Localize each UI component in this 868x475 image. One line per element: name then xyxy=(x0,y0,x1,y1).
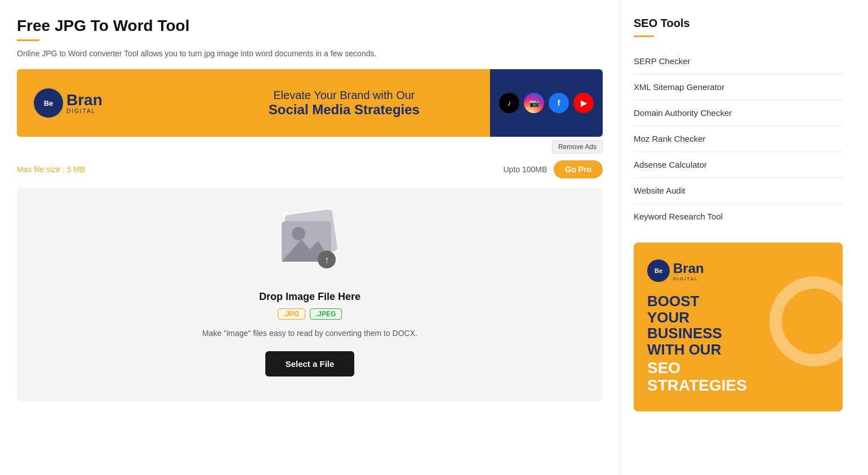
banner-ad: Be Bran DIGITAL Elevate Your Brand with … xyxy=(17,69,603,137)
pro-bar: Upto 100MB Go Pro xyxy=(504,160,603,178)
jpeg-badge: .JPEG xyxy=(310,308,342,320)
svg-text:↑: ↑ xyxy=(324,255,329,265)
seo-tool-domain-authority[interactable]: Domain Authority Checker xyxy=(634,100,843,126)
drop-title: Drop Image File Here xyxy=(259,291,360,303)
seo-tool-moz-rank[interactable]: Moz Rank Checker xyxy=(634,126,843,152)
facebook-icon: f xyxy=(549,93,569,113)
seo-tool-website-audit[interactable]: Website Audit xyxy=(634,178,843,204)
sidebar: SEO Tools SERP Checker XML Sitemap Gener… xyxy=(620,0,856,475)
drop-zone[interactable]: ↑ Drop Image File Here .JPG .JPEG Make "… xyxy=(17,187,603,401)
sidebar-brand-sub: DIGITAL xyxy=(673,276,704,281)
sidebar-logo-circle: Be xyxy=(647,259,670,282)
format-badges: .JPG .JPEG xyxy=(278,308,342,320)
drop-icon-wrapper: ↑ xyxy=(270,210,349,280)
sidebar-title-underline xyxy=(634,35,654,37)
banner-logo: Be Bran DIGITAL xyxy=(34,88,103,118)
seo-tool-adsense[interactable]: Adsense Calculator xyxy=(634,152,843,178)
sidebar-ad-banner: Be Bran DIGITAL BOOST YOUR BUSINESS WITH… xyxy=(634,243,843,411)
sidebar-ad-sub: SEO STRATEGIES xyxy=(647,360,829,395)
seo-tool-xml-sitemap[interactable]: XML Sitemap Generator xyxy=(634,74,843,100)
remove-ads-bar: Remove Ads xyxy=(17,140,603,154)
banner-logo-circle: Be xyxy=(34,88,63,118)
select-file-button[interactable]: Select a File xyxy=(265,351,355,377)
title-underline xyxy=(17,39,39,41)
banner-brand-sub: DIGITAL xyxy=(66,108,103,114)
main-content: Free JPG To Word Tool Online JPG to Word… xyxy=(0,0,620,475)
sidebar-brand: Bran DIGITAL xyxy=(673,261,704,281)
image-placeholder-icon: ↑ xyxy=(270,210,349,277)
jpg-badge: .JPG xyxy=(278,308,305,320)
youtube-icon: ▶ xyxy=(573,93,594,113)
svg-point-2 xyxy=(292,227,305,240)
banner-social-icons: ♪ 📷 f ▶ xyxy=(499,93,594,113)
instagram-icon: 📷 xyxy=(524,93,544,113)
banner-brand: Bran DIGITAL xyxy=(66,92,103,114)
file-info-bar: Max file size : 5 MB Upto 100MB Go Pro xyxy=(17,160,603,178)
upto-label: Upto 100MB xyxy=(504,165,547,174)
page-subtitle: Online JPG to Word converter Tool allows… xyxy=(17,49,603,58)
tiktok-icon: ♪ xyxy=(499,93,519,113)
sidebar-brand-name: Bran xyxy=(673,261,704,276)
max-file-size-label: Max file size : 5 MB xyxy=(17,165,85,174)
drop-description: Make "image" files easy to read by conve… xyxy=(202,329,417,338)
seo-tools-list: SERP Checker XML Sitemap Generator Domai… xyxy=(634,48,843,229)
sidebar-title: SEO Tools xyxy=(634,17,843,30)
banner-brand-name: Bran xyxy=(66,92,103,108)
banner-right-block: ♪ 📷 f ▶ xyxy=(490,69,603,137)
page-title: Free JPG To Word Tool xyxy=(17,17,603,35)
remove-ads-button[interactable]: Remove Ads xyxy=(552,140,603,154)
seo-tool-serp-checker[interactable]: SERP Checker xyxy=(634,48,843,74)
go-pro-button[interactable]: Go Pro xyxy=(554,160,603,178)
seo-tool-keyword-research[interactable]: Keyword Research Tool xyxy=(634,204,843,229)
